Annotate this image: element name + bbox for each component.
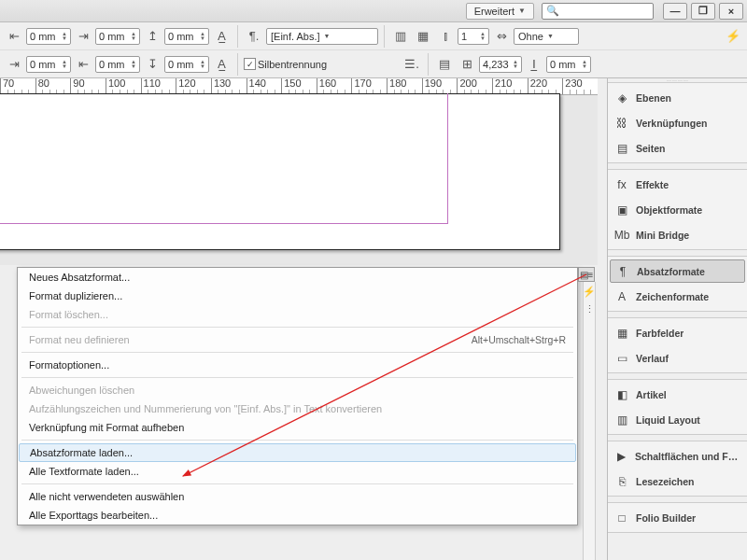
menu-separator (21, 352, 573, 353)
baseline-field[interactable]: 0 mm▲▼ (546, 56, 591, 73)
panel-label: Ebenen (636, 92, 671, 104)
balance-icon[interactable]: ⇔ (491, 26, 512, 47)
menu-item-alle-exporttags-bearbeiten[interactable]: Alle Exporttags bearbeiten... (18, 506, 577, 525)
lightning-icon[interactable]: ⚡ (583, 286, 596, 298)
panel-tab-zeichenformate[interactable]: AZeichenformate (608, 284, 747, 309)
space-after-field[interactable]: 0 mm▲▼ (164, 56, 209, 73)
menu-item-absatzformate-laden[interactable]: Absatzformate laden... (19, 443, 576, 462)
window-controls: — ❐ × (663, 3, 743, 20)
space-after-icon[interactable]: ↧ (142, 54, 162, 75)
panel-group: ◈Ebenen⛓Verknüpfungen▤Seiten (608, 82, 747, 163)
minimize-button[interactable]: — (663, 3, 687, 20)
panel-label: Schaltflächen und For… (635, 451, 741, 462)
panel-label: Liquid Layout (636, 414, 700, 426)
panel-tab-schaltfl-chen-und-for-[interactable]: ▶Schaltflächen und For… (608, 443, 747, 469)
panel-group: □Folio Builder (608, 502, 747, 533)
panel-tab-verlauf[interactable]: ▭Verlauf (608, 345, 747, 371)
span-columns-icon[interactable]: ▦ (413, 26, 433, 47)
panel-tab-verkn-pfungen[interactable]: ⛓Verknüpfungen (608, 110, 747, 135)
panel-tab-liquid-layout[interactable]: ▥Liquid Layout (608, 407, 747, 432)
search-input[interactable]: 🔍 (542, 3, 654, 20)
panel-tab-mini-bridge[interactable]: MbMini Bridge (608, 222, 747, 247)
panel-tab-ebenen[interactable]: ◈Ebenen (608, 85, 747, 110)
menu-separator (21, 377, 573, 378)
menu-separator (21, 483, 573, 484)
bullets-icon[interactable]: ☰. (402, 54, 422, 75)
menu-item-label: Alle Exporttags bearbeiten... (29, 510, 158, 521)
handle-icon[interactable]: ⋮ (585, 303, 595, 315)
quick-apply-icon[interactable]: ⚡ (723, 26, 743, 47)
space-before-icon[interactable]: ↥ (142, 26, 162, 47)
panel-menu-button[interactable]: ▤≡ (578, 267, 595, 282)
align-mode-dropdown[interactable]: Ohne▼ (514, 28, 579, 45)
panel-icon: ◈ (613, 91, 630, 105)
panel-icon: ▦ (613, 326, 630, 341)
panel-tab-seiten[interactable]: ▤Seiten (608, 135, 747, 161)
panel-icon: Mb (613, 228, 630, 243)
menu-separator (21, 440, 573, 441)
dropcap-lines-icon[interactable]: A̲ (211, 26, 232, 47)
grid-align-icon[interactable]: ▤ (434, 54, 455, 75)
menu-item-neues-absatzformat[interactable]: Neues Absatzformat... (18, 268, 577, 287)
panel-tab-farbfelder[interactable]: ▦Farbfelder (608, 320, 747, 345)
panel-tab-effekte[interactable]: fxEffekte (608, 172, 747, 197)
indent-last-icon[interactable]: ⇤ (73, 54, 93, 75)
menu-item-format-duplizieren[interactable]: Format duplizieren... (18, 287, 577, 305)
panel-label: Lesezeichen (636, 476, 694, 487)
panel-label: Farbfelder (636, 328, 684, 339)
panel-icon: ▭ (613, 351, 630, 366)
indent-left-icon[interactable]: ⇤ (4, 26, 24, 47)
chevron-down-icon: ▼ (518, 7, 526, 15)
menu-item-label: Formatoptionen... (29, 359, 109, 371)
panel-tab-absatzformate[interactable]: ¶Absatzformate (610, 259, 745, 283)
panel-icon: ¶ (614, 264, 631, 279)
columns-field[interactable]: 1▲▼ (458, 28, 489, 45)
menu-item-label: Alle nicht verwendeten auswählen (29, 491, 184, 502)
panel-tab-folio-builder[interactable]: □Folio Builder (608, 505, 747, 530)
indent-right-icon[interactable]: ⇥ (4, 54, 24, 75)
panel-icon: A (613, 289, 630, 304)
panel-icon: ⎘ (613, 474, 630, 489)
dropcap-chars-icon[interactable]: A̲ (211, 54, 232, 75)
tracking-field[interactable]: 4,233▲▼ (479, 56, 522, 73)
menu-item-label: Verknüpfung mit Format aufheben (29, 422, 184, 433)
close-button[interactable]: × (719, 3, 743, 20)
panel-label: Effekte (636, 179, 669, 190)
panel-label: Mini Bridge (636, 230, 689, 241)
restore-button[interactable]: ❐ (691, 3, 715, 20)
menu-item-alle-textformate-laden[interactable]: Alle Textformate laden... (18, 462, 577, 481)
panel-icon: ◧ (613, 387, 630, 402)
collapsed-panel-strip: ⚡ ⋮ (583, 282, 596, 560)
columns-icon[interactable]: ▥ (390, 26, 411, 47)
panel-icon: ▤ (613, 141, 630, 156)
menu-item-alle-nicht-verwendeten-ausw-hlen[interactable]: Alle nicht verwendeten auswählen (18, 487, 577, 506)
menu-item-verkn-pfung-mit-format-aufheben[interactable]: Verknüpfung mit Format aufheben (18, 418, 577, 437)
panel-group: ▶Schaltflächen und For…⎘Lesezeichen (608, 441, 747, 497)
panel-label: Folio Builder (636, 512, 696, 524)
panel-label: Absatzformate (637, 266, 705, 277)
panel-label: Zeichenformate (636, 291, 709, 302)
paragraph-style-dropdown[interactable]: [Einf. Abs.]▼ (266, 28, 378, 45)
menu-item-label: Abweichungen löschen (29, 385, 134, 396)
menu-shortcut: Alt+Umschalt+Strg+R (472, 334, 566, 345)
menu-item-abweichungen-l-schen: Abweichungen löschen (18, 381, 577, 399)
hyphenation-label: Silbentrennung (258, 59, 327, 70)
menu-item-label: Neues Absatzformat... (29, 272, 130, 283)
panel-icon: ⛓ (613, 116, 630, 131)
panel-tab-lesezeichen[interactable]: ⎘Lesezeichen (608, 469, 747, 494)
grid-baseline-icon[interactable]: ⊞ (457, 54, 477, 75)
indent-last-field[interactable]: 0 mm▲▼ (95, 56, 140, 73)
hyphenation-checkbox[interactable]: ✓ (244, 58, 256, 70)
panel-tab-objektformate[interactable]: ▣Objektformate (608, 197, 747, 222)
indent-first-icon[interactable]: ⇥ (73, 26, 93, 47)
indent-right-field[interactable]: 0 mm▲▼ (26, 56, 71, 73)
indent-first-field[interactable]: 0 mm▲▼ (95, 28, 140, 45)
panel-icon: ▶ (613, 449, 629, 464)
workspace-switcher[interactable]: Erweitert ▼ (466, 3, 534, 20)
menu-item-formatoptionen[interactable]: Formatoptionen... (18, 356, 577, 374)
canvas[interactable] (0, 95, 598, 265)
split-columns-icon[interactable]: ⫿ (435, 26, 456, 47)
panel-tab-artikel[interactable]: ◧Artikel (608, 382, 747, 407)
indent-left-field[interactable]: 0 mm▲▼ (26, 28, 71, 45)
space-before-field[interactable]: 0 mm▲▼ (164, 28, 209, 45)
